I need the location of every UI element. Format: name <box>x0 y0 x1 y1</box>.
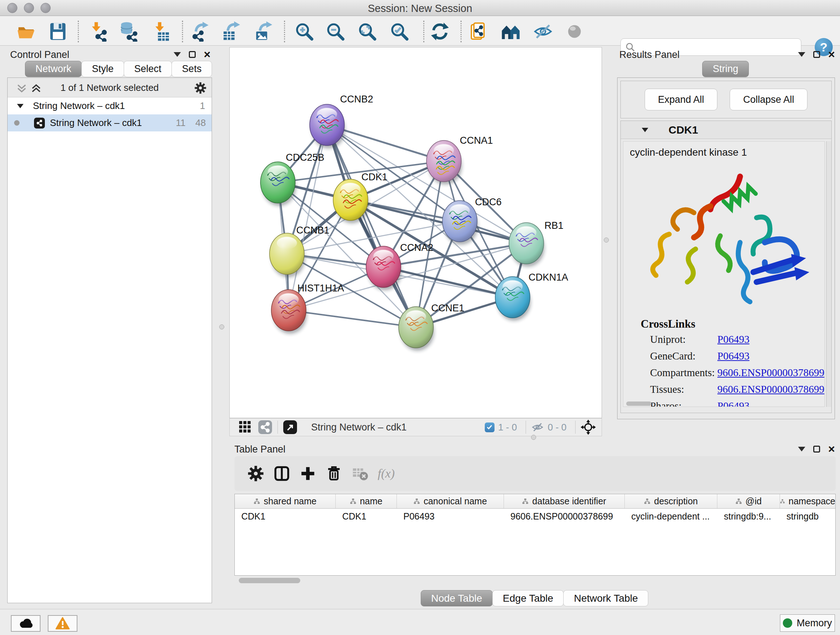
hidden-eye-icon <box>531 421 544 434</box>
tab-select[interactable]: Select <box>124 61 172 77</box>
selected-checkbox[interactable] <box>485 423 494 432</box>
expand-all-button[interactable]: Expand All <box>645 89 718 111</box>
tab-network-table[interactable]: Network Table <box>563 590 648 606</box>
crosslink-link[interactable]: 9606.ENSP00000378699 <box>717 383 824 395</box>
panel-float-icon[interactable] <box>813 446 820 453</box>
gene-section: CDK1 cyclin-dependent kinase 1 <box>621 120 832 413</box>
network-node-ccna1[interactable] <box>426 141 462 185</box>
open-in-new-icon[interactable] <box>283 420 297 434</box>
tab-edge-table[interactable]: Edge Table <box>493 590 564 606</box>
string-home-icon[interactable] <box>501 21 521 42</box>
cell-canonical-name: P06493 <box>397 509 504 524</box>
import-network-file-icon[interactable] <box>88 21 109 42</box>
panel-float-icon[interactable] <box>189 51 196 58</box>
column-header[interactable]: @id <box>717 494 780 508</box>
column-header[interactable]: description <box>625 494 717 508</box>
export-network-icon[interactable] <box>190 21 210 42</box>
network-node-cdc6[interactable] <box>442 201 478 245</box>
zoom-in-icon[interactable] <box>294 21 314 42</box>
crosslink-row: Pharos: P06493 <box>650 400 682 407</box>
gene-section-header[interactable]: CDK1 <box>621 121 831 139</box>
cell-shared-name: CDK1 <box>235 509 336 524</box>
string-network-graph[interactable]: CCNB2CCNA1CDC25BCDK1CDC6RB1CCNB1CCNA2CDK… <box>230 48 602 418</box>
crosslink-link[interactable]: P06493 <box>717 400 750 407</box>
hide-selection-icon[interactable] <box>533 21 553 42</box>
node-label-ccne1: CCNE1 <box>431 302 464 314</box>
table-settings-gear-icon[interactable] <box>248 465 264 482</box>
vertical-scrollbar[interactable] <box>826 141 831 407</box>
toolbar-separator <box>423 21 424 42</box>
separator <box>575 421 576 434</box>
crosslink-link[interactable]: P06493 <box>717 350 750 362</box>
column-header[interactable]: database identifier <box>504 494 625 508</box>
tab-network[interactable]: Network <box>25 61 82 77</box>
gear-icon[interactable] <box>194 82 207 94</box>
right-splitter-handle[interactable] <box>604 238 609 242</box>
network-edge[interactable] <box>289 310 416 327</box>
add-column-icon[interactable] <box>300 465 316 482</box>
network-node-ccna2[interactable] <box>366 246 401 290</box>
network-node-cdkn1a[interactable] <box>495 277 531 321</box>
warnings-button[interactable] <box>48 615 77 632</box>
delete-column-trash-icon[interactable] <box>325 465 342 482</box>
column-header[interactable]: canonical name <box>397 494 504 508</box>
crosslink-label: Uniprot: <box>650 333 685 345</box>
panel-close-icon[interactable]: × <box>204 51 210 58</box>
export-table-icon[interactable] <box>221 21 241 42</box>
network-node-count: 11 <box>176 117 186 128</box>
show-columns-icon[interactable] <box>273 465 290 482</box>
table-tabs: Node Table Edge Table Network Table <box>229 590 840 606</box>
crosslink-link[interactable]: P06493 <box>717 333 750 345</box>
network-edge[interactable] <box>327 125 416 327</box>
tab-node-table[interactable]: Node Table <box>421 590 493 606</box>
tab-style[interactable]: Style <box>81 61 124 77</box>
column-header[interactable]: name <box>336 494 397 508</box>
network-canvas[interactable]: CCNB2CCNA1CDC25BCDK1CDC6RB1CCNB1CCNA2CDK… <box>229 47 602 418</box>
network-node-ccne1[interactable] <box>399 307 434 351</box>
network-node-cdc25b[interactable] <box>261 162 296 206</box>
network-node-ccnb1[interactable] <box>270 233 305 277</box>
column-header[interactable]: shared name <box>235 494 336 508</box>
zoom-fit-icon[interactable] <box>357 21 377 42</box>
collapse-all-button[interactable]: Collapse All <box>729 89 807 111</box>
panel-float-icon[interactable] <box>813 51 820 58</box>
zoom-out-icon[interactable] <box>325 21 346 42</box>
open-session-icon[interactable] <box>16 21 36 42</box>
network-node-hist1h1a[interactable] <box>271 290 307 334</box>
bottom-splitter-handle[interactable] <box>531 435 536 440</box>
export-image-icon[interactable] <box>253 21 273 42</box>
collapse-icon[interactable] <box>17 104 24 108</box>
preview-icon[interactable] <box>564 21 584 42</box>
memory-button[interactable]: Memory <box>780 614 835 632</box>
tab-string[interactable]: String <box>702 61 749 77</box>
import-table-icon[interactable] <box>151 21 172 42</box>
crosslink-link[interactable]: 9606.ENSP00000378699 <box>717 367 824 379</box>
network-share-icon[interactable] <box>258 420 272 434</box>
collapse-icon[interactable] <box>642 128 648 132</box>
cloud-status-button[interactable] <box>11 615 41 632</box>
network-row[interactable]: String Network – cdk1 11 48 <box>8 114 212 131</box>
panel-close-icon[interactable]: × <box>828 445 835 453</box>
network-edge[interactable] <box>384 267 513 297</box>
save-session-icon[interactable] <box>48 21 68 42</box>
network-node-ccnb2[interactable] <box>309 104 345 149</box>
grid-view-icon[interactable] <box>238 420 252 434</box>
table-horizontal-scrollbar-thumb[interactable] <box>239 578 300 583</box>
zoom-selected-icon[interactable] <box>389 21 409 42</box>
left-splitter-handle[interactable] <box>219 325 224 329</box>
tab-sets[interactable]: Sets <box>172 61 212 77</box>
share-document-icon[interactable] <box>469 21 489 42</box>
refresh-icon[interactable] <box>430 21 450 42</box>
network-collection-row[interactable]: String Network – cdk1 1 <box>8 97 212 114</box>
horizontal-scrollbar-thumb[interactable] <box>626 402 652 406</box>
panel-menu-icon[interactable] <box>798 52 805 57</box>
pan-crosshair-icon[interactable] <box>581 420 596 435</box>
table-row[interactable]: CDK1 CDK1 P06493 9606.ENSP00000378699 cy… <box>235 509 835 524</box>
network-node-cdk1[interactable] <box>333 179 369 223</box>
panel-close-icon[interactable]: × <box>828 51 835 58</box>
import-network-database-icon[interactable] <box>119 21 139 42</box>
panel-menu-icon[interactable] <box>798 447 805 451</box>
network-node-rb1[interactable] <box>509 223 545 267</box>
panel-menu-icon[interactable] <box>174 52 181 57</box>
column-header[interactable]: namespace <box>780 494 835 508</box>
